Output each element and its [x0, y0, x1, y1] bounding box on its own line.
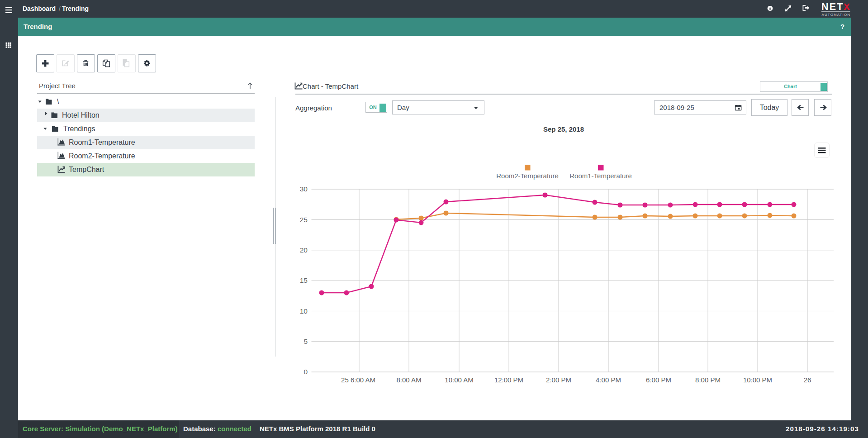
svg-text:Room1-Temperature: Room1-Temperature — [569, 172, 632, 180]
svg-text:10:00 PM: 10:00 PM — [743, 376, 772, 384]
svg-text:5: 5 — [304, 338, 308, 345]
svg-text:NET: NET — [821, 1, 844, 12]
svg-text:2:00 PM: 2:00 PM — [546, 376, 571, 384]
svg-text:x: x — [844, 0, 850, 12]
svg-text:20: 20 — [300, 246, 308, 254]
svg-text:8:00 AM: 8:00 AM — [396, 376, 421, 384]
svg-text:10:00 AM: 10:00 AM — [445, 376, 473, 384]
svg-text:10: 10 — [300, 307, 308, 315]
svg-text:Room2-Temperature: Room2-Temperature — [496, 172, 559, 180]
svg-text:AUTOMATION: AUTOMATION — [822, 13, 851, 17]
svg-text:25 6:00 AM: 25 6:00 AM — [341, 376, 375, 384]
svg-text:15: 15 — [300, 276, 308, 284]
svg-text:Sep 25, 2018: Sep 25, 2018 — [543, 125, 584, 133]
svg-text:6:00 PM: 6:00 PM — [646, 376, 671, 384]
svg-text:12:00 PM: 12:00 PM — [494, 376, 523, 384]
svg-text:30: 30 — [300, 185, 308, 193]
svg-text:4:00 PM: 4:00 PM — [596, 376, 621, 384]
svg-text:26: 26 — [804, 376, 811, 384]
svg-text:8:00 PM: 8:00 PM — [695, 376, 721, 384]
svg-text:0: 0 — [304, 368, 308, 376]
svg-text:25: 25 — [300, 216, 308, 224]
